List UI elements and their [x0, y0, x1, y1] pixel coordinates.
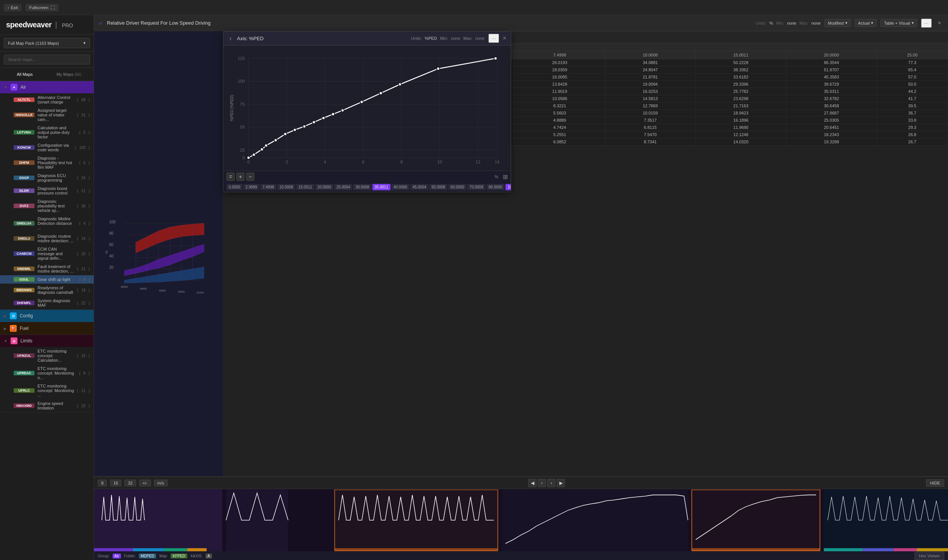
table-cell[interactable]: 16.0095 — [515, 74, 605, 81]
axis-value-item[interactable]: 20.0000 — [315, 184, 333, 190]
table-cell[interactable]: 10.0159 — [605, 110, 695, 117]
axis-value-item[interactable]: 100.0000 — [505, 184, 511, 190]
map-item-dsgp[interactable]: DSGP Diagnosis ECU programming (24) — [0, 171, 94, 184]
map-item-ufrlc[interactable]: UFRLC ETC monitoring concept: Monitoring… — [0, 382, 94, 399]
table-cell[interactable]: 21.8781 — [605, 74, 695, 81]
map-item-gsul[interactable]: GSUL Gear shift up light (6) — [0, 275, 94, 284]
exit-button[interactable]: ‹ Exit — [4, 4, 22, 11]
actual-dropdown[interactable]: Actual ▾ — [855, 19, 877, 27]
table-cell[interactable]: 16.1896 — [695, 117, 786, 124]
table-cell[interactable]: 20.6451 — [786, 124, 877, 131]
waveform-btn-32[interactable]: 32 — [124, 480, 136, 486]
map-item-dldr[interactable]: DLDR Diagnosis boost pressure control (2… — [0, 184, 94, 197]
table-cell[interactable]: 41.7 — [877, 95, 948, 102]
table-cell[interactable]: 14.0320 — [695, 138, 786, 146]
axis-value-item[interactable]: 15.0011 — [296, 184, 314, 190]
axis-value-item[interactable]: 80.0000 — [487, 184, 505, 190]
hide-button[interactable]: HIDE — [926, 479, 944, 487]
axis-value-item[interactable]: 0.0000 — [226, 184, 243, 190]
table-cell[interactable]: 26.8 — [877, 131, 948, 138]
axis-value-item[interactable]: 40.0000 — [391, 184, 410, 190]
axis-value-item[interactable]: 45.0004 — [410, 184, 428, 190]
overlay-minus-btn[interactable]: − — [246, 173, 254, 181]
table-cell[interactable]: 24.8047 — [605, 66, 695, 74]
axis-value-item[interactable]: 70.0008 — [467, 184, 485, 190]
table-cell[interactable]: 21.7163 — [695, 102, 786, 110]
map-item-dmdlua[interactable]: DMDLUA Diagnostic Misfire Detection dist… — [0, 215, 94, 232]
table-cell[interactable]: 29.3396 — [695, 81, 786, 88]
table-cell[interactable]: 16.0253 — [605, 88, 695, 95]
overlay-close-button[interactable]: × — [503, 35, 506, 42]
table-cell[interactable]: 18.9423 — [695, 110, 786, 117]
map-item-canecm[interactable]: CANECM ECM CAN message and signal defin.… — [0, 245, 94, 262]
table-cell[interactable]: 77.3 — [877, 59, 948, 66]
table-cell[interactable]: 39.6729 — [786, 81, 877, 88]
table-cell[interactable]: 18.0359 — [515, 66, 605, 74]
axis-value-item[interactable]: 50.0008 — [429, 184, 447, 190]
table-cell[interactable]: 39.5 — [877, 102, 948, 110]
table-cell[interactable]: 25.0305 — [786, 117, 877, 124]
table-cell[interactable]: 45.3583 — [786, 74, 877, 81]
fullscreen-button[interactable]: Fullscreen ⛶ — [25, 4, 58, 11]
table-cell[interactable]: 65.4 — [877, 66, 948, 74]
axis-value-item[interactable]: 35.0011 — [372, 184, 391, 190]
category-header-air[interactable]: ▼ ✦ Air — [0, 81, 94, 93]
table-cell[interactable]: 11.9019 — [515, 88, 605, 95]
map-pack-dropdown[interactable]: Full Map Pack (1163 Maps) ▾ — [4, 38, 90, 48]
search-input[interactable] — [4, 55, 90, 64]
table-cell[interactable]: 27.8687 — [786, 110, 877, 117]
map-item-ufmzul[interactable]: UFMZUL ETC monitoring concept: Calculati… — [0, 347, 94, 364]
modified-dropdown[interactable]: Modified ▾ — [824, 19, 851, 27]
table-cell[interactable]: 57.0 — [877, 74, 948, 81]
table-cell[interactable]: 12.7869 — [605, 102, 695, 110]
table-cell[interactable]: 66.3544 — [786, 59, 877, 66]
map-item-ldtvma[interactable]: LDTVMA Calculation and output pulse-duty… — [0, 124, 94, 141]
table-cell[interactable]: 35.0311 — [786, 88, 877, 95]
table-cell[interactable]: 6.0852 — [515, 138, 605, 146]
table-cell[interactable]: 25.7782 — [695, 88, 786, 95]
table-cell[interactable]: 50.2228 — [695, 59, 786, 66]
overlay-plus-btn[interactable]: + — [236, 173, 245, 181]
map-item-nwsolle[interactable]: NWSOLLE Assigned target value of intake … — [0, 106, 94, 124]
overlay-equal-btn[interactable]: = — [226, 173, 235, 181]
map-item-nmaxmd[interactable]: NMAXMD Engine speed limitation (23) — [0, 399, 94, 412]
category-header-config[interactable]: ▶ ⚙ Config — [0, 310, 94, 322]
map-item-dmdlu[interactable]: DMDLU Diagnostic routine misfire detecti… — [0, 232, 94, 245]
overlay-more-button[interactable]: ··· — [488, 34, 499, 43]
table-cell[interactable]: 12.1246 — [695, 131, 786, 138]
waveform-btn-8[interactable]: 8 — [98, 480, 107, 486]
table-cell[interactable]: 18.2343 — [786, 131, 877, 138]
table-cell[interactable]: 8.3221 — [515, 102, 605, 110]
axis-value-item[interactable]: 30.0008 — [353, 184, 371, 190]
map-item-dvfz[interactable]: DVFZ Diagnosis: plausibility test vehicl… — [0, 197, 94, 215]
table-cell[interactable]: 4.8889 — [515, 117, 605, 124]
map-item-bbdnws[interactable]: BBDNWS Readyness of diagnosis camshaft (… — [0, 284, 94, 296]
table-cell[interactable]: 26.0193 — [515, 59, 605, 66]
table-cell[interactable]: 11.9690 — [695, 124, 786, 131]
table-cell[interactable]: 33.8 — [877, 117, 948, 124]
table-cell[interactable]: 23.6298 — [695, 95, 786, 102]
hex-viewer-button[interactable]: Hex Viewer — [915, 552, 944, 560]
table-cell[interactable]: 5.5603 — [515, 110, 605, 117]
axis-value-item[interactable]: 60.0000 — [448, 184, 466, 190]
table-cell[interactable]: 10.0586 — [515, 95, 605, 102]
close-button[interactable]: × — [935, 19, 943, 27]
grid-icon[interactable]: ⊞ — [503, 173, 508, 180]
axis-value-item[interactable]: 10.0008 — [277, 184, 295, 190]
map-item-dhfmpl[interactable]: DHFMPL System diagnosis MAF (22) — [0, 296, 94, 309]
table-cell[interactable]: 7.5470 — [605, 131, 695, 138]
table-cell[interactable]: 36.7 — [877, 110, 948, 117]
table-cell[interactable]: 38.3362 — [695, 66, 786, 74]
table-cell[interactable]: 30.6458 — [786, 102, 877, 110]
table-cell[interactable]: 8.7341 — [605, 138, 695, 146]
table-cell[interactable]: 44.2 — [877, 88, 948, 95]
tab-my-maps[interactable]: My Maps (66) — [48, 70, 90, 78]
map-item-dmdmil[interactable]: DMDMIL Fault treatment of misfire detect… — [0, 262, 94, 275]
axis-value-item[interactable]: 2.9999 — [243, 184, 260, 190]
tab-all-maps[interactable]: All Maps — [4, 70, 46, 78]
axis-value-item[interactable]: 7.4998 — [260, 184, 276, 190]
table-cell[interactable]: 5.2551 — [515, 131, 605, 138]
map-item-koncw[interactable]: KONCW Configuration via code words (100) — [0, 141, 94, 154]
waveform-nav-next[interactable]: › — [547, 479, 556, 487]
waveform-btn-plusminus[interactable]: +/- — [139, 480, 151, 486]
